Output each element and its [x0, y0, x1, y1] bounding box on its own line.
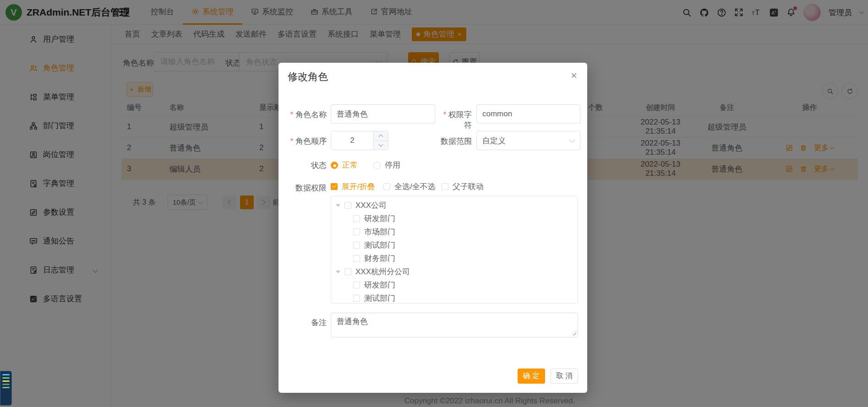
status-radio-group: 正常 停用 [331, 160, 400, 170]
role-order-stepper [331, 131, 388, 150]
checkbox-label: 全选/全不选 [394, 181, 436, 192]
perm-char-field-label: 权限字符 [437, 109, 472, 130]
checkbox-icon[interactable] [344, 202, 351, 209]
caret-down-icon[interactable] [336, 271, 340, 273]
radio-disabled-label: 停用 [385, 160, 400, 170]
checkbox-icon[interactable] [353, 242, 360, 249]
checkbox-icon [331, 183, 338, 190]
chevron-down-icon [379, 142, 383, 147]
decrease-button[interactable] [374, 141, 388, 150]
tree-leaf[interactable]: 研发部门 [331, 278, 578, 292]
tree-leaf-label: 测试部门 [364, 293, 395, 304]
tree-node-1[interactable]: XXX公司 [331, 199, 578, 212]
tree-leaf[interactable]: 研发部门 [331, 212, 578, 225]
checkbox-icon [383, 183, 390, 190]
data-scope-field-label: 数据范围 [437, 136, 472, 147]
increase-button[interactable] [374, 131, 388, 141]
chevron-up-icon [379, 134, 383, 139]
tree-leaf[interactable]: 测试部门 [331, 239, 578, 252]
confirm-button[interactable]: 确 定 [518, 369, 545, 384]
data-scope-select[interactable]: 自定义 [476, 131, 580, 150]
close-icon[interactable]: × [571, 70, 577, 81]
data-scope-value: 自定义 [482, 136, 506, 146]
checkbox-icon [442, 183, 448, 190]
radio-icon [331, 162, 338, 169]
role-order-input[interactable] [331, 131, 373, 150]
perm-char-field[interactable] [476, 104, 580, 124]
tree-node-2[interactable]: XXX杭州分公司 [331, 265, 578, 278]
role-name-field-label: 角色名称 [283, 109, 327, 120]
checkbox-label: 展开/折叠 [342, 181, 375, 192]
floating-widget[interactable] [0, 371, 12, 406]
checkbox-parent-child-link[interactable]: 父子联动 [442, 181, 484, 192]
remark-textarea[interactable]: 普通角色 [331, 313, 578, 337]
role-name-field[interactable] [331, 104, 435, 124]
tree-leaf-label: 研发部门 [364, 213, 395, 224]
tree-node-label: XXX公司 [355, 200, 387, 211]
permission-tree: XXX公司研发部门市场部门测试部门财务部门XXX杭州分公司研发部门测试部门 [331, 196, 578, 304]
checkbox-icon[interactable] [344, 268, 351, 275]
tree-leaf-label: 市场部门 [364, 227, 395, 237]
tree-leaf-label: 测试部门 [364, 240, 395, 250]
edit-role-dialog: 修改角色 × 角色名称 权限字符 角色顺序 数据范围 自定义 状态 正常 停用 … [278, 63, 587, 393]
remark-field-label: 备注 [283, 317, 327, 328]
role-order-field-label: 角色顺序 [283, 136, 327, 147]
dialog-title: 修改角色 [288, 70, 328, 84]
checkbox-label: 父子联动 [453, 181, 484, 192]
checkbox-icon[interactable] [353, 282, 360, 288]
tree-leaf-label: 财务部门 [364, 253, 395, 264]
radio-disabled[interactable]: 停用 [373, 160, 400, 170]
cancel-button[interactable]: 取 消 [551, 369, 578, 384]
tree-leaf[interactable]: 测试部门 [331, 292, 578, 304]
radio-normal[interactable]: 正常 [331, 160, 358, 170]
radio-normal-label: 正常 [342, 160, 358, 170]
status-field-label: 状态 [283, 160, 327, 171]
tree-node-label: XXX杭州分公司 [355, 266, 410, 277]
tree-leaf[interactable]: 财务部门 [331, 252, 578, 265]
caret-down-icon[interactable] [336, 204, 340, 207]
data-perm-field-label: 数据权限 [283, 183, 327, 193]
checkbox-icon[interactable] [353, 255, 360, 262]
checkbox-icon[interactable] [353, 295, 360, 302]
tree-leaf-label: 研发部门 [364, 280, 395, 290]
data-perm-options: 展开/折叠 全选/全不选 父子联动 [331, 181, 484, 192]
checkbox-select-all[interactable]: 全选/全不选 [383, 181, 442, 192]
tree-leaf[interactable]: 市场部门 [331, 225, 578, 239]
radio-icon [373, 162, 381, 169]
checkbox-expand-collapse[interactable]: 展开/折叠 [331, 181, 383, 192]
checkbox-icon[interactable] [353, 228, 360, 235]
chevron-down-icon [569, 137, 575, 143]
checkbox-icon[interactable] [353, 215, 360, 222]
